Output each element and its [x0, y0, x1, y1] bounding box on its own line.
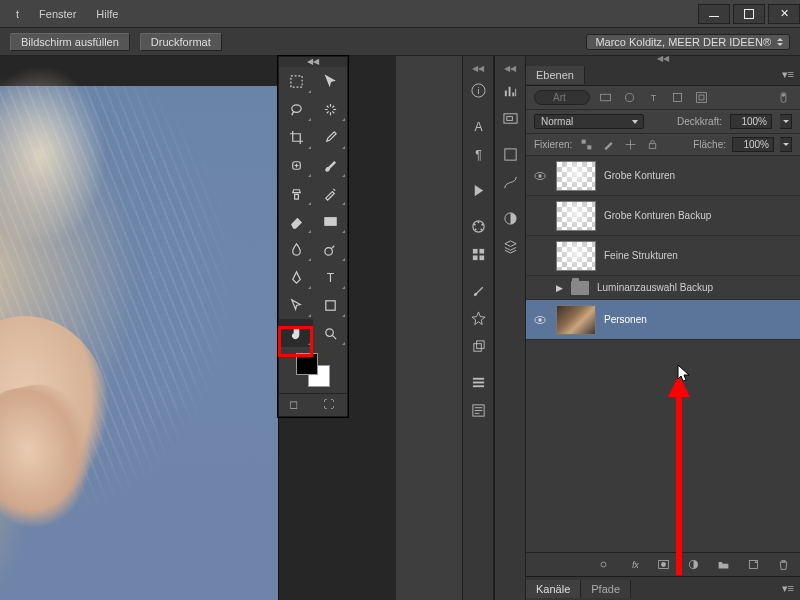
zoom-tool[interactable] — [313, 319, 347, 347]
opacity-dropdown[interactable] — [780, 114, 792, 129]
history-brush-tool[interactable] — [313, 179, 347, 207]
clone-stamp-tool[interactable] — [279, 179, 313, 207]
lock-all-icon[interactable] — [644, 137, 660, 153]
info-icon[interactable]: i — [463, 76, 493, 104]
fill-screen-button[interactable]: Bildschirm ausfüllen — [10, 33, 130, 51]
channels-icon[interactable] — [495, 140, 525, 168]
brush-icon[interactable] — [463, 276, 493, 304]
lock-position-icon[interactable] — [622, 137, 638, 153]
layer-group-icon[interactable] — [714, 556, 732, 574]
layers-small-icon[interactable] — [495, 232, 525, 260]
gradient-tool[interactable] — [313, 207, 347, 235]
link-layers-icon[interactable] — [594, 556, 612, 574]
dodge-tool[interactable] — [313, 235, 347, 263]
menu-item-fenster[interactable]: Fenster — [31, 4, 84, 24]
layer-name[interactable]: Feine Strukturen — [604, 250, 678, 261]
visibility-toggle[interactable] — [532, 208, 548, 224]
visibility-toggle[interactable] — [532, 248, 548, 264]
adjustment-layer-icon[interactable] — [684, 556, 702, 574]
lock-transparency-icon[interactable] — [578, 137, 594, 153]
layer-thumbnail[interactable] — [556, 241, 596, 271]
marquee-tool[interactable] — [279, 67, 313, 95]
tools-collapse-handle[interactable]: ◀◀ — [279, 57, 347, 67]
histogram-icon[interactable] — [495, 76, 525, 104]
layer-name[interactable]: Luminanzauswahl Backup — [597, 282, 713, 293]
bottom-panel-menu-icon[interactable]: ▾≡ — [776, 582, 800, 595]
quick-mask-icon[interactable]: ◻ — [289, 398, 303, 412]
close-button[interactable] — [768, 4, 800, 24]
fill-input[interactable] — [732, 137, 774, 152]
character-icon[interactable]: A — [463, 112, 493, 140]
history-icon[interactable] — [463, 368, 493, 396]
filter-shape-icon[interactable] — [668, 89, 686, 107]
eraser-tool[interactable] — [279, 207, 313, 235]
eyedropper-tool[interactable] — [313, 123, 347, 151]
visibility-toggle[interactable] — [532, 280, 548, 296]
layer-row[interactable]: Grobe Konturen Backup — [526, 196, 800, 236]
group-disclosure-icon[interactable]: ▶ — [556, 283, 563, 293]
layer-mask-icon[interactable] — [654, 556, 672, 574]
layer-thumbnail[interactable] — [556, 305, 596, 335]
visibility-toggle[interactable] — [532, 312, 548, 328]
swatches-icon[interactable] — [463, 212, 493, 240]
blur-tool[interactable] — [279, 235, 313, 263]
foreground-color[interactable] — [296, 353, 318, 375]
new-layer-icon[interactable] — [744, 556, 762, 574]
path-select-tool[interactable] — [279, 291, 313, 319]
tab-paths[interactable]: Pfade — [581, 580, 631, 598]
color-swatches[interactable] — [296, 353, 330, 387]
paragraph-icon[interactable]: ¶ — [463, 140, 493, 168]
crop-tool[interactable] — [279, 123, 313, 151]
fill-dropdown[interactable] — [780, 137, 792, 152]
filter-toggle-switch[interactable] — [774, 89, 792, 107]
paths-icon[interactable] — [495, 168, 525, 196]
brush-presets-icon[interactable] — [463, 304, 493, 332]
filter-pixel-icon[interactable] — [596, 89, 614, 107]
filter-adjust-icon[interactable] — [620, 89, 638, 107]
shape-tool[interactable] — [313, 291, 347, 319]
minimize-button[interactable] — [698, 4, 730, 24]
play-icon[interactable] — [463, 176, 493, 204]
filter-smart-icon[interactable] — [692, 89, 710, 107]
lock-paint-icon[interactable] — [600, 137, 616, 153]
layer-row[interactable]: Grobe Konturen — [526, 156, 800, 196]
layer-thumbnail[interactable] — [556, 161, 596, 191]
styles-icon[interactable] — [463, 240, 493, 268]
hand-tool[interactable] — [279, 319, 313, 347]
layer-thumbnail[interactable] — [556, 201, 596, 231]
notes-icon[interactable] — [463, 396, 493, 424]
opacity-input[interactable] — [730, 114, 772, 129]
brush-tool[interactable] — [313, 151, 347, 179]
print-format-button[interactable]: Druckformat — [140, 33, 222, 51]
layer-effects-icon[interactable]: fx — [624, 556, 642, 574]
tab-layers[interactable]: Ebenen — [526, 66, 585, 84]
lasso-tool[interactable] — [279, 95, 313, 123]
type-tool[interactable]: T — [313, 263, 347, 291]
magic-wand-tool[interactable] — [313, 95, 347, 123]
menu-item-hilfe[interactable]: Hilfe — [88, 4, 126, 24]
layer-row[interactable]: Personen — [526, 300, 800, 340]
healing-brush-tool[interactable] — [279, 151, 313, 179]
tab-channels[interactable]: Kanäle — [526, 580, 581, 598]
adjustments-icon[interactable] — [495, 204, 525, 232]
pen-tool[interactable] — [279, 263, 313, 291]
clone-source-icon[interactable] — [463, 332, 493, 360]
screen-mode-icon[interactable]: ⛶ — [323, 398, 337, 412]
document-canvas[interactable] — [0, 56, 278, 600]
navigator-icon[interactable] — [495, 104, 525, 132]
layer-name[interactable]: Grobe Konturen — [604, 170, 675, 181]
move-tool[interactable] — [313, 67, 347, 95]
layer-name[interactable]: Personen — [604, 314, 647, 325]
visibility-toggle[interactable] — [532, 168, 548, 184]
delete-layer-icon[interactable] — [774, 556, 792, 574]
filter-type-icon[interactable]: T — [644, 89, 662, 107]
panel-menu-icon[interactable]: ▾≡ — [776, 68, 800, 81]
layer-name[interactable]: Grobe Konturen Backup — [604, 210, 711, 221]
maximize-button[interactable] — [733, 4, 765, 24]
blend-mode-select[interactable]: Normal — [534, 114, 644, 129]
layer-row[interactable]: Feine Strukturen — [526, 236, 800, 276]
workspace-selector[interactable]: Marco Kolditz, MEER DER IDEEN® — [586, 34, 790, 50]
layer-filter-input[interactable] — [534, 90, 590, 105]
layer-group-row[interactable]: ▶ Luminanzauswahl Backup — [526, 276, 800, 300]
menu-item-t[interactable]: t — [8, 4, 27, 24]
